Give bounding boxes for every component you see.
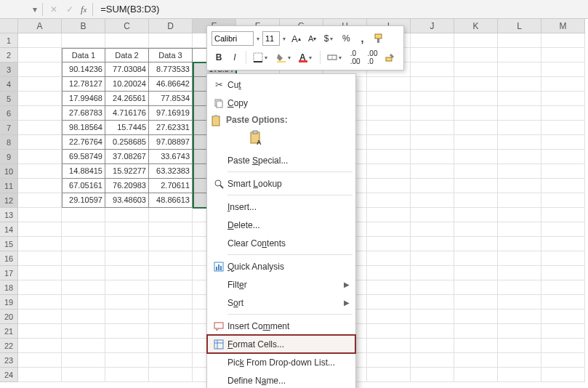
cell[interactable] (541, 266, 585, 280)
cell[interactable]: 22.76764 (62, 135, 105, 150)
cell[interactable] (149, 237, 193, 251)
cell[interactable]: 76.20983 (105, 179, 149, 193)
fill-color-button[interactable]: ▾ (273, 49, 295, 65)
cell[interactable] (18, 251, 62, 266)
cell[interactable] (367, 266, 411, 280)
cell[interactable] (411, 77, 454, 92)
cell[interactable] (541, 353, 585, 368)
cell[interactable] (411, 324, 454, 339)
row-header[interactable]: 12 (0, 193, 18, 208)
cell[interactable] (18, 280, 62, 295)
cell[interactable] (105, 251, 149, 266)
cell[interactable] (498, 193, 541, 208)
cell[interactable] (411, 179, 454, 193)
row-header[interactable]: 9 (0, 150, 18, 164)
cell[interactable] (18, 222, 62, 237)
cell[interactable] (18, 135, 62, 150)
cell[interactable] (411, 295, 454, 310)
cell[interactable] (454, 193, 498, 208)
cell[interactable]: 4.716176 (105, 106, 149, 121)
clear-formatting-button[interactable] (382, 49, 399, 65)
cell[interactable] (149, 295, 193, 310)
cell[interactable] (454, 208, 498, 222)
cell[interactable] (411, 164, 454, 179)
cell[interactable] (18, 77, 62, 92)
cell[interactable] (454, 266, 498, 280)
cell[interactable] (498, 62, 541, 77)
menu-quick-analysis[interactable]: Quick Analysis (207, 257, 355, 275)
column-header[interactable]: B (62, 19, 105, 33)
menu-clear-contents[interactable]: Clear Contents (207, 234, 355, 252)
row-header[interactable]: 24 (0, 368, 18, 382)
cell[interactable] (105, 339, 149, 353)
cell[interactable] (105, 222, 149, 237)
currency-button[interactable]: $▾ (321, 31, 338, 47)
cell[interactable]: 97.08897 (149, 135, 193, 150)
menu-filter[interactable]: Filter ▶ (207, 275, 355, 294)
cell[interactable] (541, 106, 585, 121)
select-all-corner[interactable] (0, 19, 18, 33)
menu-paste-special[interactable]: Paste Special... (207, 151, 355, 169)
cell[interactable] (18, 150, 62, 164)
increase-font-button[interactable]: A▴ (289, 31, 304, 47)
cell[interactable] (541, 48, 585, 62)
cell[interactable] (498, 33, 541, 48)
cell[interactable] (367, 150, 411, 164)
cell[interactable] (541, 251, 585, 266)
row-header[interactable]: 1 (0, 33, 18, 48)
cell[interactable]: 27.62331 (149, 121, 193, 135)
cell[interactable] (367, 339, 411, 353)
cell[interactable] (18, 121, 62, 135)
cell[interactable] (498, 280, 541, 295)
cell[interactable]: 90.14236 (62, 62, 105, 77)
cell[interactable] (454, 368, 498, 382)
cell[interactable] (105, 324, 149, 339)
cell[interactable] (454, 164, 498, 179)
cell[interactable] (18, 353, 62, 368)
cell[interactable] (454, 251, 498, 266)
bold-button[interactable]: B (212, 49, 226, 65)
cell[interactable] (367, 208, 411, 222)
menu-pick-list[interactable]: Pick From Drop-down List... (207, 353, 355, 371)
cell[interactable] (367, 251, 411, 266)
cell[interactable] (541, 150, 585, 164)
cell[interactable] (105, 33, 149, 48)
cell[interactable] (18, 310, 62, 324)
row-header[interactable]: 8 (0, 135, 18, 150)
cell[interactable] (367, 310, 411, 324)
cell[interactable] (18, 33, 62, 48)
cell[interactable] (367, 106, 411, 121)
cell[interactable] (454, 77, 498, 92)
cell[interactable]: 27.68783 (62, 106, 105, 121)
cell[interactable]: 37.08267 (105, 150, 149, 164)
cell[interactable] (18, 339, 62, 353)
menu-define-name[interactable]: Define Name... (207, 371, 355, 388)
cell[interactable] (18, 324, 62, 339)
cell[interactable] (454, 339, 498, 353)
cell[interactable] (149, 353, 193, 368)
cell[interactable] (498, 353, 541, 368)
cell[interactable]: 15.92277 (105, 164, 149, 179)
column-header[interactable]: K (454, 19, 498, 33)
cell[interactable] (498, 48, 541, 62)
cell[interactable]: 63.32383 (149, 164, 193, 179)
column-header[interactable]: M (541, 19, 585, 33)
cell[interactable]: Data 2 (105, 48, 149, 62)
cell[interactable] (541, 92, 585, 106)
cell[interactable] (149, 251, 193, 266)
border-button[interactable]: ▾ (250, 49, 272, 65)
cell[interactable] (18, 208, 62, 222)
cell[interactable] (367, 92, 411, 106)
cell[interactable] (411, 106, 454, 121)
cell[interactable] (105, 280, 149, 295)
menu-insert-comment[interactable]: Insert Comment (207, 317, 355, 335)
row-header[interactable]: 4 (0, 77, 18, 92)
cell[interactable] (541, 193, 585, 208)
row-header[interactable]: 15 (0, 237, 18, 251)
row-header[interactable]: 3 (0, 62, 18, 77)
cell[interactable] (62, 324, 105, 339)
cell[interactable] (149, 266, 193, 280)
cell[interactable] (498, 179, 541, 193)
menu-delete[interactable]: Delete... (207, 216, 355, 234)
row-header[interactable]: 19 (0, 295, 18, 310)
